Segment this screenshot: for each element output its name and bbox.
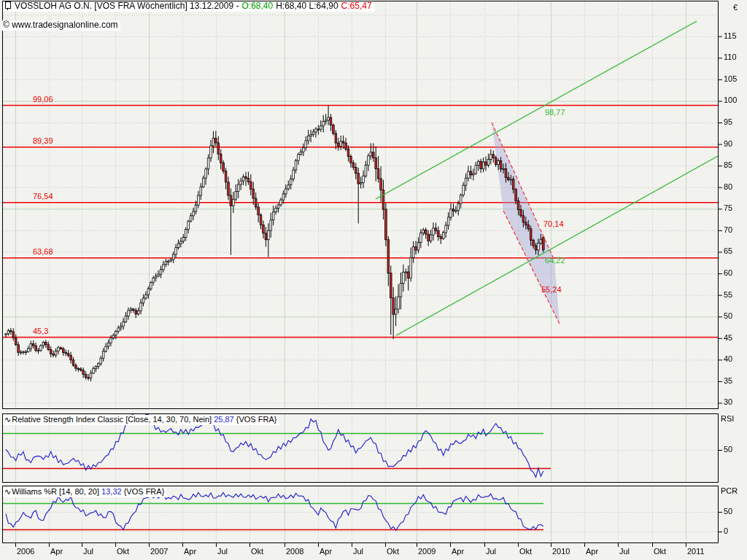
support-level-label: 76,54	[33, 192, 53, 201]
price-tick-label: 85	[724, 160, 732, 169]
date-tick-label: Apr	[320, 547, 332, 556]
date-tick-label: 2011	[687, 547, 705, 556]
williams-value: 13,32	[101, 487, 122, 496]
price-tick-label: 40	[724, 354, 732, 363]
price-chart-canvas[interactable]	[0, 0, 747, 560]
price-tick-label: 75	[724, 203, 732, 212]
price-tick-label: 35	[724, 376, 732, 385]
price-tick-label: 80	[724, 182, 732, 191]
williams-tick-label: 0	[724, 526, 728, 535]
price-tick-label: 105	[724, 74, 737, 83]
price-tick-label: 100	[724, 96, 737, 104]
high-low-values: H:68,40 L:64,90	[276, 1, 338, 11]
williams-tick-label: 50	[724, 507, 732, 516]
price-tick-label: 95	[724, 117, 732, 126]
date-tick-label: Jul	[619, 547, 630, 556]
price-tick-label: 70	[724, 225, 732, 234]
support-level-label: 99,06	[33, 95, 53, 104]
date-tick-label: Apr	[50, 547, 63, 556]
indicator-wave-icon: ∿	[4, 415, 11, 424]
trendline-value-label: 64,22	[545, 256, 565, 265]
date-tick-label: Jul	[486, 547, 496, 556]
date-tick-label: Apr	[586, 547, 598, 556]
williams-name: Williams %R [14, 80, 20]	[12, 487, 101, 496]
support-level-label: 45,3	[33, 327, 48, 335]
date-tick-label: Apr	[452, 547, 464, 556]
price-tick-label: 50	[724, 311, 732, 320]
price-tick-label: 110	[724, 52, 737, 61]
indicator-wave-icon: ∿	[4, 487, 11, 496]
rsi-value: 25,87	[214, 415, 234, 424]
price-tick-label: 60	[724, 268, 732, 277]
date-tick-label: 2010	[552, 547, 570, 556]
price-tick-label: 65	[724, 246, 732, 255]
open-value: O:68,40	[241, 1, 273, 11]
support-level-label: 89,39	[33, 136, 53, 145]
rsi-suffix: {VOS FRA}	[234, 415, 277, 424]
date-tick-label: Jul	[217, 547, 228, 556]
trendline-value-label: 98,77	[545, 108, 565, 117]
date-tick-label: Okt	[654, 547, 666, 556]
currency-symbol: €	[733, 3, 738, 12]
pin-icon[interactable]	[5, 1, 11, 9]
williams-axis-name: PCR	[721, 486, 738, 495]
date-tick-label: Okt	[117, 547, 129, 556]
chart-title-bar: VOSSLOH AG O.N. [VOS FRA Wöchentlich] 13…	[3, 1, 374, 12]
date-tick-label: 2008	[286, 547, 303, 556]
date-tick-label: 2009	[418, 547, 436, 556]
date-tick-label: Jul	[353, 547, 363, 556]
williams-suffix: {VOS FRA}	[122, 487, 165, 496]
instrument-title: VOSSLOH AG O.N. [VOS FRA Wöchentlich] 13…	[15, 1, 239, 11]
rsi-axis-name: RSI	[721, 414, 734, 423]
date-tick-label: Jul	[83, 547, 93, 556]
rsi-tick-label: 50	[724, 445, 732, 454]
rsi-name: Relative Strength Index Classic [Close, …	[12, 415, 214, 424]
close-value: C:65,47	[341, 1, 372, 11]
watermark-copyright: © www.tradesignalonline.com	[1, 20, 120, 31]
date-tick-label: Apr	[184, 547, 196, 556]
date-tick-label: 2007	[150, 547, 168, 556]
price-tick-label: 45	[724, 333, 732, 342]
support-level-label: 63,68	[33, 247, 53, 256]
price-tick-label: 55	[724, 290, 732, 299]
trendline-value-label: 70,14	[543, 219, 564, 228]
price-tick-label: 30	[724, 397, 732, 406]
date-tick-label: Okt	[251, 547, 263, 556]
price-tick-label: 90	[724, 139, 732, 148]
date-tick-label: Okt	[519, 547, 532, 556]
date-tick-label: Okt	[387, 547, 399, 556]
chart-window: VOSSLOH AG O.N. [VOS FRA Wöchentlich] 13…	[0, 0, 747, 560]
price-tick-label: 115	[724, 31, 737, 40]
date-tick-label: 2006	[17, 547, 34, 556]
trendline-value-label: 55,24	[541, 285, 562, 294]
williams-header[interactable]: ∿Williams %R [14, 80, 20] 13,32 {VOS FRA…	[3, 487, 166, 497]
rsi-header[interactable]: ∿Relative Strength Index Classic [Close,…	[3, 415, 279, 425]
